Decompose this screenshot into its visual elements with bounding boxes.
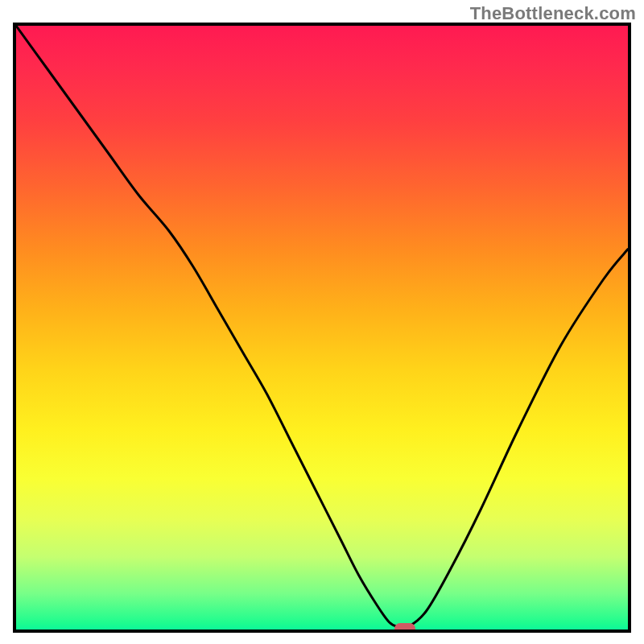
curve-svg xyxy=(16,26,628,630)
minimum-marker xyxy=(394,623,415,634)
bottleneck-curve-path xyxy=(16,26,628,629)
watermark-text: TheBottleneck.com xyxy=(470,3,636,24)
plot-frame xyxy=(13,23,631,633)
chart-container: TheBottleneck.com xyxy=(0,0,644,644)
